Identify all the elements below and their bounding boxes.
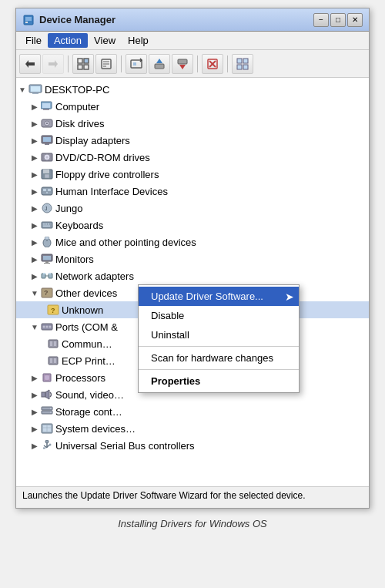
- svg-point-57: [45, 237, 49, 240]
- disk-icon: [41, 118, 53, 129]
- disable-label: Disable: [151, 310, 184, 321]
- expand-icon: ▶: [28, 100, 41, 113]
- svg-rect-64: [43, 273, 45, 274]
- context-menu: Update Driver Software... ➤ Disable Unin…: [138, 284, 300, 393]
- content-area: ▼ DESKTOP-PC ▶: [16, 78, 369, 486]
- tree-item-usb[interactable]: ▶ Universal Serial Bus controllers: [16, 437, 369, 454]
- tree-root[interactable]: ▼ DESKTOP-PC: [16, 81, 369, 98]
- tree-item-computer[interactable]: ▶ Computer: [16, 98, 369, 115]
- svg-rect-36: [43, 137, 51, 142]
- back-button[interactable]: [19, 54, 41, 74]
- ctx-update-driver[interactable]: Update Driver Software... ➤: [139, 287, 299, 306]
- ctx-disable[interactable]: Disable: [139, 306, 299, 325]
- scan-label: Scan for hardware changes: [151, 352, 273, 364]
- title-bar: Device Manager − □ ✕: [16, 8, 369, 32]
- svg-rect-27: [31, 86, 40, 92]
- window-title: Device Manager: [39, 14, 313, 25]
- tree-item-monitors[interactable]: ▶ Monitors: [16, 250, 369, 267]
- svg-rect-24: [237, 65, 242, 69]
- properties-label: Properties: [151, 375, 200, 387]
- svg-marker-3: [25, 60, 35, 68]
- tree-item-storage[interactable]: ▶ Storage cont…: [16, 403, 369, 420]
- keyboard-icon: [41, 220, 53, 230]
- close-button[interactable]: ✕: [347, 13, 363, 27]
- properties-button[interactable]: [95, 54, 117, 74]
- computer-icon: [28, 83, 42, 96]
- svg-point-94: [45, 440, 49, 443]
- svg-point-72: [43, 326, 45, 328]
- toolbar-sep-1: [68, 55, 69, 72]
- update-driver-label: Update Driver Software...: [151, 291, 263, 302]
- ctx-properties[interactable]: Properties: [139, 371, 299, 391]
- tree-item-system[interactable]: ▶ System devices…: [16, 420, 369, 437]
- svg-rect-14: [133, 62, 136, 66]
- status-text: Launches the Update Driver Software Wiza…: [22, 490, 306, 501]
- uninstall-button[interactable]: [202, 54, 223, 74]
- display-icon: [41, 135, 53, 146]
- svg-rect-60: [45, 261, 49, 263]
- tree-item-jungo[interactable]: ▶ J Jungo: [16, 200, 369, 217]
- storage-icon: [41, 406, 53, 417]
- extra-button[interactable]: [232, 54, 253, 74]
- maximize-button[interactable]: □: [330, 13, 346, 27]
- svg-rect-28: [32, 92, 38, 94]
- show-button[interactable]: [72, 54, 94, 74]
- svg-rect-65: [49, 273, 51, 274]
- svg-rect-52: [45, 223, 47, 225]
- tree-item-floppy[interactable]: ▶ Floppy drive controllers: [16, 166, 369, 183]
- svg-rect-51: [43, 223, 45, 225]
- minimize-button[interactable]: −: [313, 13, 329, 27]
- svg-rect-61: [44, 263, 50, 264]
- svg-rect-43: [45, 174, 49, 178]
- floppy-icon: [41, 169, 53, 180]
- tree-item-dvd[interactable]: ▶ DVD/CD-ROM drives: [16, 149, 369, 166]
- window-caption: Installing Drivers for Windows OS: [118, 518, 267, 529]
- processor-icon: [41, 372, 53, 383]
- status-bar: Launches the Update Driver Software Wiza…: [16, 486, 369, 508]
- svg-rect-75: [49, 340, 58, 348]
- svg-point-40: [46, 156, 49, 159]
- menu-help[interactable]: Help: [122, 33, 155, 48]
- svg-rect-45: [43, 189, 46, 191]
- uninstall-label: Uninstall: [151, 329, 189, 341]
- svg-rect-17: [178, 59, 187, 64]
- tree-item-mice[interactable]: ▶ Mice and other pointing devices: [16, 234, 369, 250]
- ctx-scan[interactable]: Scan for hardware changes: [139, 348, 299, 368]
- svg-rect-1: [25, 17, 32, 21]
- computer-label: Computer: [55, 101, 99, 113]
- ctx-uninstall[interactable]: Uninstall: [139, 325, 299, 344]
- svg-rect-53: [48, 223, 49, 225]
- toolbar-sep-4: [227, 55, 228, 72]
- device-tree[interactable]: ▼ DESKTOP-PC ▶: [16, 78, 369, 486]
- svg-rect-7: [78, 65, 82, 69]
- menu-bar: File Action View Help: [16, 32, 369, 50]
- svg-rect-8: [84, 65, 89, 69]
- tree-item-keyboards[interactable]: ▶ Keyboards: [16, 217, 369, 234]
- svg-point-73: [46, 326, 49, 328]
- svg-rect-83: [45, 376, 49, 379]
- svg-rect-46: [48, 189, 51, 191]
- tree-item-display[interactable]: ▶ Display adapters: [16, 132, 369, 149]
- tree-item-hid[interactable]: ▶ Human Interface Devices: [16, 183, 369, 200]
- svg-rect-42: [43, 170, 49, 173]
- svg-rect-84: [42, 392, 45, 397]
- scan-button[interactable]: [126, 54, 147, 74]
- tree-item-disk[interactable]: ▶ Disk drives: [16, 115, 369, 132]
- svg-rect-59: [43, 256, 51, 260]
- svg-rect-6: [84, 59, 89, 63]
- svg-rect-98: [43, 448, 45, 449]
- svg-point-89: [50, 412, 52, 413]
- update-driver-toolbar-button[interactable]: [149, 54, 170, 74]
- menu-action[interactable]: Action: [48, 33, 88, 48]
- tree-item-network[interactable]: ▶ Network adapters: [16, 267, 369, 284]
- menu-view[interactable]: View: [88, 33, 122, 48]
- svg-marker-16: [156, 59, 162, 63]
- menu-file[interactable]: File: [19, 33, 48, 48]
- svg-marker-4: [49, 60, 58, 68]
- forward-button[interactable]: [42, 54, 64, 74]
- rollback-button[interactable]: [172, 54, 193, 74]
- root-label: DESKTOP-PC: [45, 84, 109, 96]
- svg-rect-23: [243, 59, 248, 63]
- window-controls: − □ ✕: [313, 13, 363, 27]
- computer-device-icon: [41, 101, 53, 112]
